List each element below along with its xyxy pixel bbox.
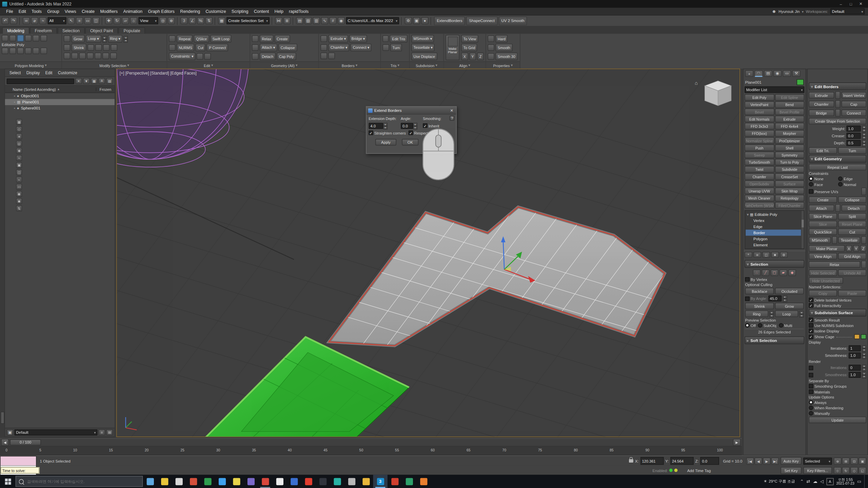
menu-rendering[interactable]: Rendering	[177, 9, 203, 14]
taskbar-app-icon-12[interactable]	[301, 475, 315, 488]
preview-multi-radio-row[interactable]: Multi	[778, 323, 792, 327]
button-split[interactable]: Split	[838, 213, 866, 220]
taskbar-app-icon-20[interactable]	[416, 475, 431, 488]
taskbar-clock[interactable]: 오전 1:55 2021-07-23	[836, 477, 854, 485]
ribbon-icon[interactable]	[111, 44, 117, 51]
modifier-button-ffd-4x4x4[interactable]: FFD 4x4x4	[775, 123, 804, 129]
ribbon-icon[interactable]	[102, 53, 109, 59]
extension-depth-field[interactable]: 4.0	[369, 123, 383, 129]
dialog-help-button[interactable]: ?	[450, 116, 455, 121]
modifier-button-vertexpaint[interactable]: VertexPaint	[745, 101, 774, 108]
update-always-radio-row[interactable]: Always	[809, 400, 866, 404]
button-collapse[interactable]: Collapse	[838, 197, 866, 203]
modifier-button-edit-normals[interactable]: Edit Normals	[745, 116, 774, 122]
respect-hard-edges-checkbox[interactable]	[409, 130, 413, 135]
ribbon-button-grow[interactable]: Grow	[72, 35, 85, 43]
ribbon-button-msmooth[interactable]: MSmooth ▾	[411, 35, 434, 43]
settings-icon[interactable]: ▤	[106, 78, 113, 84]
frame-tick-100[interactable]: 100	[717, 448, 723, 452]
ribbon-button-detach[interactable]: Detach	[260, 53, 276, 60]
select-and-manipulate-icon[interactable]: ⊕	[168, 17, 175, 24]
viewcube[interactable]: ⌂	[695, 80, 731, 106]
by-vertex-checkbox[interactable]	[745, 277, 750, 282]
ribbon-icon[interactable]	[328, 53, 335, 59]
modifier-button-shell[interactable]: Shell	[775, 144, 804, 151]
network-icon[interactable]: ⇄	[807, 479, 810, 484]
depth-spinner[interactable]: ▴▾	[862, 140, 866, 146]
taskbar-search[interactable]	[16, 476, 143, 487]
make-planar-x-button[interactable]: X	[846, 245, 852, 252]
stack-item-editable-poly[interactable]: ▾▦Editable Poly	[746, 211, 801, 218]
display-cameras-icon[interactable]: ◎	[16, 141, 22, 147]
y-coordinate-field[interactable]: 24.564	[670, 457, 694, 465]
ribbon-icon[interactable]	[33, 35, 39, 42]
backface-button[interactable]: Backface	[745, 288, 774, 294]
select-and-place-icon[interactable]: ⌂	[130, 17, 137, 24]
toggle-ribbon-icon[interactable]: ▥	[313, 17, 320, 24]
display-materials-icon[interactable]: ◉	[16, 191, 22, 197]
notification-center-icon[interactable]: ▭	[857, 479, 861, 484]
ribbon-button-constraints[interactable]: Constraints: ▾	[169, 53, 196, 60]
ribbon-icon[interactable]	[87, 53, 94, 59]
undo-icon[interactable]: ↶	[2, 17, 9, 24]
apply-button[interactable]: Apply	[375, 139, 396, 146]
modifier-button-ffd-3x3x3[interactable]: FFD 3x3x3	[745, 123, 774, 129]
ribbon-spinner[interactable]: ▴▾	[102, 36, 106, 42]
modifier-list-dropdown[interactable]: Modifier List▾	[745, 86, 804, 93]
preserve-uvs-row[interactable]: Preserve UVs	[809, 187, 866, 195]
ribbon-icon[interactable]	[79, 53, 86, 59]
frame-tick-70[interactable]: 70	[502, 448, 507, 452]
tessellate-settings-box[interactable]	[861, 236, 866, 244]
named-selection-sets-dropdown[interactable]: Create Selection Set▾	[226, 17, 270, 24]
repeat-last-button[interactable]: Repeat Last	[809, 164, 866, 170]
stack-item-element[interactable]: Element	[746, 242, 801, 248]
filter-dropdown-icon[interactable]: ▼	[83, 78, 90, 84]
button-reset-plane[interactable]: Reset Plane	[838, 221, 866, 227]
iterations-field[interactable]: 1	[849, 345, 861, 351]
select-and-rotate-icon[interactable]: ↻	[114, 17, 121, 24]
stack-item-vertex[interactable]: Vertex	[746, 218, 801, 224]
button-detach[interactable]: Detach	[841, 205, 866, 211]
preserve-uvs-settings-box[interactable]	[861, 187, 866, 195]
clear-search-icon[interactable]: ✕	[75, 78, 82, 84]
unlink-selection-icon[interactable]: ⌀	[31, 17, 38, 24]
weight-spinner[interactable]: ▴▾	[862, 126, 866, 132]
border-subobject-icon[interactable]: ▢	[771, 269, 778, 276]
ribbon-panel-label-edit[interactable]: Edit▾	[167, 61, 250, 68]
ribbon-button-connect[interactable]: Connect ▾	[351, 44, 372, 52]
custom-button-extendborders[interactable]: ExtendBorders	[434, 16, 465, 25]
straighten-corners-checkbox[interactable]	[369, 130, 373, 135]
ribbon-tab-freeform[interactable]: Freeform	[30, 27, 57, 34]
spinner-snap-toggle-icon[interactable]: ⇅	[205, 17, 213, 24]
minimize-button[interactable]: –	[836, 0, 846, 7]
snaps-toggle-icon[interactable]: 3	[180, 17, 188, 24]
menu-rapidtools[interactable]: rapidTools	[286, 9, 311, 14]
scene-object-row-plane001[interactable]: •▦Plane001	[5, 99, 115, 105]
delete-isolated-vertices-checkbox[interactable]	[809, 298, 813, 302]
delete-isolated-vertices-row[interactable]: Delete Isolated Vertices	[809, 298, 866, 302]
menu-scripting[interactable]: Scripting	[229, 9, 251, 14]
bridge-settings-box[interactable]	[835, 109, 840, 117]
ribbon-icon[interactable]	[320, 35, 327, 42]
zoom-region-icon[interactable]: ▣	[859, 457, 866, 464]
modifier-button-subdivide[interactable]: Subdivide	[775, 166, 804, 173]
frame-tick-90[interactable]: 90	[645, 448, 649, 452]
display-helpers-icon[interactable]: ✚	[16, 148, 22, 154]
configure-modifier-sets-icon[interactable]: ⚙	[780, 252, 788, 258]
ribbon-button-tessellate[interactable]: Tessellate ▾	[411, 44, 435, 52]
modifier-button-push[interactable]: Push	[745, 144, 774, 151]
extrude-settings-box[interactable]	[835, 91, 840, 99]
redo-icon[interactable]: ↷	[10, 17, 17, 24]
explorer-menu-display[interactable]: Display	[24, 70, 42, 75]
ribbon-button-to-view[interactable]: To View	[461, 35, 478, 43]
extension-depth-spinner[interactable]: ▴▾	[383, 123, 388, 129]
ribbon-button-turn[interactable]: Turn	[390, 44, 402, 52]
smoothness-spinner[interactable]: ▴▾	[862, 352, 866, 359]
occluded-button[interactable]: Occluded	[775, 288, 804, 294]
ribbon-panel-label-polygon-modeling[interactable]: Polygon Modeling▾	[0, 61, 61, 68]
crease-spinner[interactable]: ▴▾	[862, 133, 866, 139]
ok-button[interactable]: OK	[402, 139, 418, 146]
create-tab-icon[interactable]: +	[745, 70, 753, 77]
dialog-title-bar[interactable]: Extend Borders ✕	[367, 107, 456, 115]
display-containers-icon[interactable]: ▭	[16, 184, 22, 190]
